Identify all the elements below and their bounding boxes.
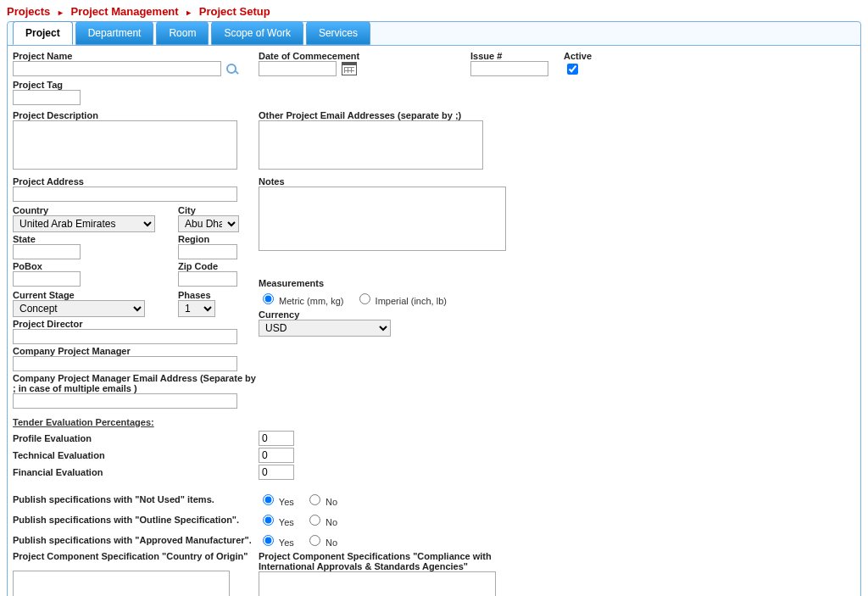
label-city: City	[178, 205, 239, 215]
project-name-input[interactable]	[13, 61, 221, 76]
label-pub-notused: Publish specifications with "Not Used" i…	[13, 494, 259, 504]
other-emails-textarea[interactable]	[259, 120, 483, 170]
label-company-pm-email: Company Project Manager Email Address (S…	[13, 373, 259, 393]
project-address-input[interactable]	[13, 187, 237, 202]
label-active: Active	[564, 51, 623, 61]
radio-approved-yes[interactable]	[263, 535, 274, 546]
calendar-icon[interactable]	[342, 62, 357, 75]
pobox-input[interactable]	[13, 271, 81, 287]
label-measurements: Measurements	[259, 278, 513, 288]
tab-department[interactable]: Department	[75, 21, 154, 45]
label-phases: Phases	[178, 290, 215, 300]
label-project-name: Project Name	[13, 51, 259, 61]
current-stage-select[interactable]: Concept	[13, 300, 145, 317]
tab-room[interactable]: Room	[156, 21, 209, 45]
label-issue: Issue #	[470, 51, 564, 61]
tab-project[interactable]: Project	[13, 21, 73, 45]
label-project-tag: Project Tag	[13, 80, 259, 90]
active-checkbox[interactable]	[567, 64, 578, 75]
financial-eval-input[interactable]	[259, 465, 294, 480]
radio-metric-label[interactable]: Metric (mm, kg)	[259, 296, 343, 306]
label-profile-eval: Profile Evaluation	[13, 433, 259, 443]
country-select[interactable]: United Arab Emirates	[13, 215, 155, 232]
label-project-director: Project Director	[13, 319, 259, 329]
phases-select[interactable]: 1	[178, 300, 215, 317]
breadcrumb-item[interactable]: Projects	[7, 5, 50, 18]
label-pobox: PoBox	[13, 261, 178, 271]
currency-select[interactable]: USD	[259, 320, 391, 337]
radio-notused-no[interactable]	[309, 494, 320, 505]
company-pm-email-input[interactable]	[13, 393, 237, 409]
profile-eval-input[interactable]	[259, 431, 294, 446]
radio-imperial[interactable]	[359, 293, 370, 304]
issue-input[interactable]	[470, 61, 548, 76]
compliance-textarea[interactable]	[259, 571, 496, 596]
label-compliance: Project Component Specifications "Compli…	[259, 551, 513, 571]
radio-metric[interactable]	[263, 293, 274, 304]
project-tag-input[interactable]	[13, 90, 81, 105]
label-pub-approved: Publish specifications with "Approved Ma…	[13, 535, 259, 545]
project-director-input[interactable]	[13, 329, 237, 344]
radio-notused-yes[interactable]	[263, 494, 274, 505]
label-zip: Zip Code	[178, 261, 237, 271]
radio-outline-yes[interactable]	[263, 515, 274, 526]
region-input[interactable]	[178, 244, 237, 259]
label-country: Country	[13, 205, 178, 215]
project-description-textarea[interactable]	[13, 120, 237, 170]
label-other-emails: Other Project Email Addresses (separate …	[259, 110, 513, 120]
breadcrumb-item[interactable]: Project Management	[70, 5, 178, 18]
label-pub-outline: Publish specifications with "Outline Spe…	[13, 515, 259, 525]
breadcrumb: Projects ► Project Management ► Project …	[7, 3, 861, 21]
label-notes: Notes	[259, 176, 513, 187]
technical-eval-input[interactable]	[259, 448, 294, 463]
radio-approved-no[interactable]	[309, 535, 320, 546]
tender-eval-header: Tender Evaluation Percentages:	[13, 417, 154, 427]
label-region: Region	[178, 234, 237, 244]
radio-imperial-label[interactable]: Imperial (inch, lb)	[355, 296, 447, 306]
state-input[interactable]	[13, 244, 81, 259]
label-current-stage: Current Stage	[13, 290, 178, 300]
notes-textarea[interactable]	[259, 187, 506, 251]
label-currency: Currency	[259, 309, 513, 320]
label-technical-eval: Technical Evaluation	[13, 450, 259, 460]
breadcrumb-item[interactable]: Project Setup	[199, 5, 270, 18]
label-project-address: Project Address	[13, 176, 259, 187]
radio-outline-no[interactable]	[309, 515, 320, 526]
label-country-origin: Project Component Specification "Country…	[13, 551, 259, 561]
label-financial-eval: Financial Evaluation	[13, 467, 259, 477]
city-select[interactable]: Abu Dhabi	[178, 215, 239, 232]
label-company-pm: Company Project Manager	[13, 346, 259, 356]
zip-input[interactable]	[178, 271, 237, 287]
search-icon[interactable]	[225, 62, 238, 75]
company-pm-input[interactable]	[13, 356, 237, 371]
tab-scope-of-work[interactable]: Scope of Work	[211, 21, 303, 45]
tab-services[interactable]: Services	[306, 21, 370, 45]
country-origin-textarea[interactable]	[13, 571, 230, 596]
label-project-description: Project Description	[13, 110, 259, 120]
date-commence-input[interactable]	[259, 61, 337, 76]
label-state: State	[13, 234, 178, 244]
label-date-commence: Date of Commecement	[259, 51, 470, 61]
